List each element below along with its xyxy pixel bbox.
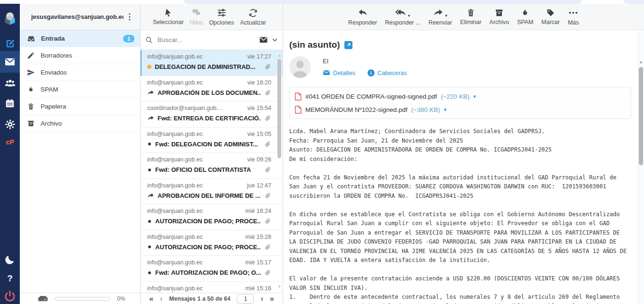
attachment-menu-icon[interactable]: ▾ [444, 107, 447, 113]
message-row[interactable]: info@sanjuan.gob.ecvie 09:26 Fwd: OFICIO… [141, 153, 283, 179]
logout-button[interactable] [0, 288, 20, 304]
scroll-up-arrow[interactable]: ▲ [639, 59, 643, 64]
folder-item-trash[interactable]: Papelera [20, 98, 140, 115]
search-bar [141, 30, 283, 50]
account-header: jesusgavilanes@sanjuan.gob.ec ⋮ [20, 4, 140, 30]
folder-panel: jesusgavilanes@sanjuan.gob.ec ⋮ Entrada … [20, 4, 141, 304]
folder-label: SPAM [41, 86, 134, 93]
cpanel-button[interactable]: cP [0, 135, 20, 149]
dark-mode-toggle[interactable] [0, 251, 20, 268]
envelope-icon [323, 69, 330, 76]
tag-icon [546, 8, 555, 17]
delete-button[interactable]: Eliminar [460, 8, 481, 25]
paperclip-icon [264, 218, 271, 225]
select-button[interactable]: Seleccionar [153, 8, 184, 25]
details-toggle[interactable]: Detalles [323, 69, 355, 76]
archive-label: Archivo [489, 19, 509, 25]
calendar-nav-button[interactable] [0, 94, 20, 112]
moon-icon [4, 254, 16, 265]
message-subject: (sin asunto) [289, 40, 340, 50]
list-scrollbar-thumb[interactable] [277, 59, 281, 158]
message-row[interactable]: info@sanjuan.gob.ecvie 15:05 Fwd: DELEGA… [141, 127, 283, 153]
quota-progress [55, 297, 110, 301]
contacts-nav-button[interactable] [0, 75, 20, 92]
content-scrollbar-thumb[interactable] [639, 67, 643, 165]
pagination-bar: « ‹ Mensajes 1 a 50 de 64 › » [141, 293, 283, 304]
pdf-file-icon [295, 106, 301, 114]
archive-icon [27, 119, 35, 127]
forward-button[interactable]: ▾ Reenviar [428, 8, 452, 26]
more-button[interactable]: Más [568, 8, 579, 26]
headers-toggle[interactable]: i Cabeceras [368, 69, 407, 76]
pagination-summary: Mensajes 1 a 50 de 64 [169, 296, 231, 302]
folder-item-sent[interactable]: Enviados [20, 64, 140, 81]
message-row[interactable]: info@sanjuan.gob.ecmié 16:24 AUTORIZACIO… [141, 204, 283, 230]
reply-all-label: Responder ... [385, 19, 420, 26]
first-page-button[interactable]: « [149, 295, 153, 303]
page-number-input[interactable] [237, 294, 254, 304]
message-row[interactable]: info@sanjuan.gob.ecmié 15:17 Fwd: AUTORI… [141, 256, 283, 282]
folder-item-spam[interactable]: SPAM [20, 81, 140, 98]
row-subject: Fwd: DELEGACION DE ADMINIST... [155, 141, 261, 148]
archive-button[interactable]: Archivo [489, 8, 509, 25]
row-date: mié 15:17 [245, 259, 271, 266]
caret-down-icon[interactable]: ▾ [408, 13, 410, 18]
search-scope-icon[interactable] [259, 35, 268, 44]
message-row[interactable]: coordinador@sanjuan.gob....vie 15:54 Fwd… [141, 101, 283, 127]
prev-page-button[interactable]: ‹ [160, 295, 162, 303]
row-date: mié 16:24 [245, 208, 271, 214]
message-row[interactable]: info@sanjuan.gob.ecvie 17:27 DELEGACION … [141, 50, 283, 76]
search-input[interactable] [157, 36, 255, 44]
open-in-new-window-icon[interactable] [344, 41, 352, 49]
mark-button[interactable]: Marcar [542, 8, 560, 25]
attachment-item[interactable]: #041 ORDEN DE COMPRA-signed-signed.pdf (… [295, 90, 626, 103]
details-label: Detalles [333, 69, 355, 76]
webmail-app: cP ? jesusgavilanes@sanjuan.gob.ec ⋮ [0, 0, 644, 304]
paperclip-icon [264, 244, 271, 251]
options-button[interactable]: Opciones [209, 8, 234, 26]
message-row[interactable]: info@sanjuan.gob.ecjue 12:47 APROBACION … [141, 179, 283, 205]
folder-item-drafts[interactable]: Borradores [20, 47, 140, 64]
spam-button[interactable]: SPAM [517, 8, 534, 25]
reply-all-button[interactable]: ▾ Responder ... [385, 8, 420, 26]
last-page-button[interactable]: » [270, 295, 274, 303]
folder-item-inbox[interactable]: Entrada 1 [20, 30, 140, 47]
reply-all-icon [395, 8, 407, 18]
gear-icon [5, 119, 16, 130]
mail-nav-button[interactable] [0, 51, 20, 73]
attachment-item[interactable]: MEMORÁNDUM Nº1022-signed.pdf (~380 KB) ▾ [295, 103, 626, 116]
reply-button[interactable]: Responder [348, 8, 377, 26]
message-row[interactable]: info@sanjuan.gob.ecmié 15:16 [141, 282, 283, 293]
more-label: Más [568, 19, 579, 26]
row-subject: APROBACION DEL INFORME DE ... [158, 192, 261, 199]
threads-button[interactable]: Hilos [190, 8, 203, 26]
row-subject: AUTORIZACION DE PAGO; PROCE... [155, 244, 261, 251]
kebab-menu-icon[interactable]: ⋮ [124, 12, 135, 22]
row-date: mié 15:16 [245, 285, 271, 292]
headers-label: Cabeceras [377, 69, 407, 76]
chevron-down-icon[interactable] [272, 37, 278, 43]
scroll-down-arrow[interactable]: ▼ [277, 284, 282, 289]
spam-label: SPAM [517, 19, 534, 25]
refresh-button[interactable]: Actualizar [240, 8, 266, 26]
scroll-up-arrow[interactable]: ▲ [277, 53, 282, 58]
folder-item-archive[interactable]: Archivo [20, 115, 140, 132]
help-button[interactable]: ? [0, 270, 20, 287]
row-date: vie 15:05 [247, 131, 271, 137]
settings-nav-button[interactable] [0, 115, 20, 133]
message-row[interactable]: info@sanjuan.gob.ecvie 16:20 APROBACIÓN … [141, 76, 283, 102]
attachment-menu-icon[interactable]: ▾ [473, 93, 476, 100]
question-icon: ? [7, 273, 13, 284]
compose-button[interactable] [0, 35, 20, 52]
caret-down-icon[interactable]: ▾ [445, 13, 447, 18]
attachments-box: #041 ORDEN DE COMPRA-signed-signed.pdf (… [289, 87, 631, 119]
next-page-button[interactable]: › [260, 295, 263, 303]
row-sender: info@sanjuan.gob.ec [147, 156, 203, 163]
paperclip-icon [264, 192, 271, 199]
search-icon [145, 36, 153, 44]
unread-dot-icon [148, 169, 151, 171]
message-row[interactable]: info@sanjuan.gob.ecmié 15:28 AUTORIZACIO… [141, 230, 283, 256]
unread-dot-icon [148, 271, 151, 274]
content-scrollbar[interactable]: ▲ [638, 30, 644, 304]
threads-label: Hilos [190, 19, 203, 26]
